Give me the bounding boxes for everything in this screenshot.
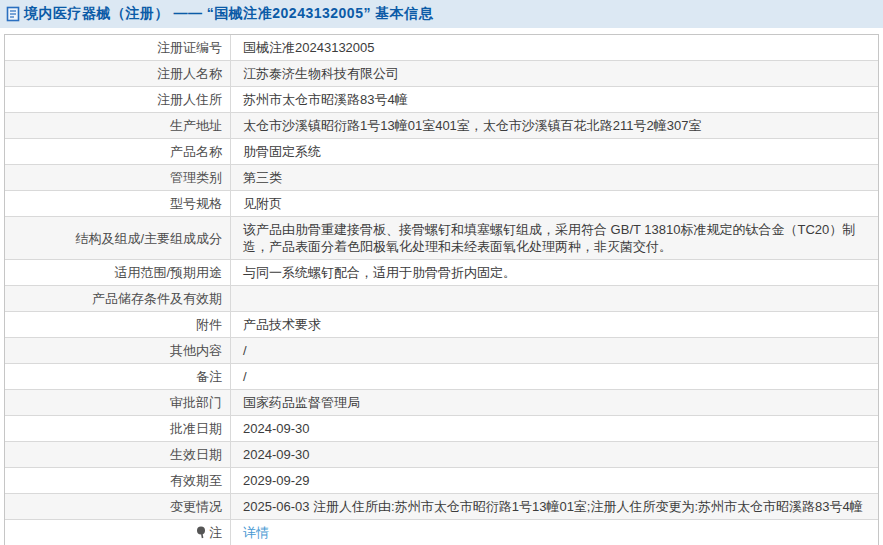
row-value: 与同一系统螺钉配合，适用于肋骨骨折内固定。 <box>231 260 878 285</box>
row-label-text: 注册证编号 <box>157 39 222 56</box>
table-row: 批准日期2024-09-30 <box>5 416 878 442</box>
page: 境内医疗器械（注册） —— “国械注准20243132005” 基本信息 注册证… <box>0 0 883 545</box>
row-label-text: 注册人住所 <box>157 91 222 108</box>
row-label: 其他内容 <box>5 338 231 363</box>
row-value-text: 2024-09-30 <box>243 420 310 437</box>
row-label-text: 有效期至 <box>170 472 222 489</box>
table-row: 适用范围/预期用途与同一系统螺钉配合，适用于肋骨骨折内固定。 <box>5 260 878 286</box>
row-value <box>231 286 878 311</box>
row-value: 第三类 <box>231 165 878 190</box>
row-label-text: 产品名称 <box>170 143 222 160</box>
row-label: 型号规格 <box>5 191 231 216</box>
row-value: 见附页 <box>231 191 878 216</box>
row-value: 产品技术要求 <box>231 312 878 337</box>
row-label: 生效日期 <box>5 442 231 467</box>
row-value-text: 与同一系统螺钉配合，适用于肋骨骨折内固定。 <box>243 264 516 281</box>
row-value-text: 江苏泰济生物科技有限公司 <box>243 65 399 82</box>
row-value-text: 国家药品监督管理局 <box>243 394 360 411</box>
row-value: / <box>231 338 878 363</box>
table-row: 审批部门国家药品监督管理局 <box>5 390 878 416</box>
registration-info-table: 注册证编号国械注准20243132005注册人名称江苏泰济生物科技有限公司注册人… <box>4 34 879 545</box>
row-label: 附件 <box>5 312 231 337</box>
row-label-text: 其他内容 <box>170 342 222 359</box>
row-value-text: 见附页 <box>243 195 282 212</box>
row-label-text: 审批部门 <box>170 394 222 411</box>
row-label-text: 型号规格 <box>170 195 222 212</box>
page-header: 境内医疗器械（注册） —— “国械注准20243132005” 基本信息 <box>0 0 883 28</box>
table-row: 管理类别第三类 <box>5 165 878 191</box>
row-value-text: / <box>243 342 247 359</box>
table-row: 备注/ <box>5 364 878 390</box>
row-label-text: 产品储存条件及有效期 <box>92 290 222 307</box>
row-label: 结构及组成/主要组成成分 <box>5 217 231 259</box>
table-row: 注详情 <box>5 520 878 545</box>
row-label-text: 附件 <box>196 316 222 333</box>
row-label: 产品名称 <box>5 139 231 164</box>
table-row: 结构及组成/主要组成成分该产品由肋骨重建接骨板、接骨螺钉和填塞螺钉组成，采用符合… <box>5 217 878 260</box>
row-label: 审批部门 <box>5 390 231 415</box>
row-label: 注 <box>5 520 231 545</box>
row-label: 批准日期 <box>5 416 231 441</box>
row-value: 详情 <box>231 520 878 545</box>
row-label-text: 生产地址 <box>170 117 222 134</box>
row-label-text: 变更情况 <box>170 498 222 515</box>
table-row: 注册人住所苏州市太仓市昭溪路83号4幢 <box>5 87 878 113</box>
row-value: 江苏泰济生物科技有限公司 <box>231 61 878 86</box>
row-label-text: 管理类别 <box>170 169 222 186</box>
row-label: 注册人住所 <box>5 87 231 112</box>
row-value-text: 该产品由肋骨重建接骨板、接骨螺钉和填塞螺钉组成，采用符合 GB/T 13810标… <box>243 221 868 255</box>
row-value-text: 2024-09-30 <box>243 446 310 463</box>
table-row: 其他内容/ <box>5 338 878 364</box>
table-row: 生产地址太仓市沙溪镇昭衍路1号13幢01室401室，太仓市沙溪镇百花北路211号… <box>5 113 878 139</box>
table-row: 产品名称肋骨固定系统 <box>5 139 878 165</box>
row-label: 适用范围/预期用途 <box>5 260 231 285</box>
row-label: 产品储存条件及有效期 <box>5 286 231 311</box>
row-value: 太仓市沙溪镇昭衍路1号13幢01室401室，太仓市沙溪镇百花北路211号2幢30… <box>231 113 878 138</box>
document-icon <box>6 6 20 22</box>
row-value-text: 2029-09-29 <box>243 472 310 489</box>
row-value-text: 太仓市沙溪镇昭衍路1号13幢01室401室，太仓市沙溪镇百花北路211号2幢30… <box>243 117 702 134</box>
row-value-text: 肋骨固定系统 <box>243 143 321 160</box>
row-label-text: 备注 <box>196 368 222 385</box>
row-value-text: 产品技术要求 <box>243 316 321 333</box>
page-title: 境内医疗器械（注册） —— “国械注准20243132005” 基本信息 <box>24 5 433 23</box>
row-value-text: / <box>243 368 247 385</box>
table-row: 附件产品技术要求 <box>5 312 878 338</box>
row-value: 国械注准20243132005 <box>231 35 878 60</box>
row-label-text: 适用范围/预期用途 <box>114 264 222 281</box>
row-value: 2025-06-03 注册人住所由:苏州市太仓市昭衍路1号13幢01室;注册人住… <box>231 494 878 519</box>
row-value: / <box>231 364 878 389</box>
row-value: 国家药品监督管理局 <box>231 390 878 415</box>
table-row: 变更情况2025-06-03 注册人住所由:苏州市太仓市昭衍路1号13幢01室;… <box>5 494 878 520</box>
row-value-text: 第三类 <box>243 169 282 186</box>
row-label: 备注 <box>5 364 231 389</box>
table-row: 注册人名称江苏泰济生物科技有限公司 <box>5 61 878 87</box>
row-value: 肋骨固定系统 <box>231 139 878 164</box>
details-link[interactable]: 详情 <box>243 524 269 541</box>
row-label: 有效期至 <box>5 468 231 493</box>
row-label: 变更情况 <box>5 494 231 519</box>
row-value-text: 2025-06-03 注册人住所由:苏州市太仓市昭衍路1号13幢01室;注册人住… <box>243 498 863 515</box>
row-value: 苏州市太仓市昭溪路83号4幢 <box>231 87 878 112</box>
row-label-text: 批准日期 <box>170 420 222 437</box>
note-pin-icon <box>196 526 206 539</box>
row-label: 管理类别 <box>5 165 231 190</box>
row-label-text: 结构及组成/主要组成成分 <box>75 230 222 247</box>
row-value-text: 苏州市太仓市昭溪路83号4幢 <box>243 91 408 108</box>
table-row: 注册证编号国械注准20243132005 <box>5 35 878 61</box>
row-label: 注册证编号 <box>5 35 231 60</box>
table-row: 有效期至2029-09-29 <box>5 468 878 494</box>
row-label-text: 注册人名称 <box>157 65 222 82</box>
table-row: 生效日期2024-09-30 <box>5 442 878 468</box>
row-value: 2024-09-30 <box>231 442 878 467</box>
row-value-text: 国械注准20243132005 <box>243 39 375 56</box>
table-row: 型号规格见附页 <box>5 191 878 217</box>
row-value: 2029-09-29 <box>231 468 878 493</box>
row-label-text: 生效日期 <box>170 446 222 463</box>
row-value: 该产品由肋骨重建接骨板、接骨螺钉和填塞螺钉组成，采用符合 GB/T 13810标… <box>231 217 878 259</box>
row-label: 注册人名称 <box>5 61 231 86</box>
table-row: 产品储存条件及有效期 <box>5 286 878 312</box>
row-value: 2024-09-30 <box>231 416 878 441</box>
row-label: 生产地址 <box>5 113 231 138</box>
row-label-text: 注 <box>209 524 222 541</box>
